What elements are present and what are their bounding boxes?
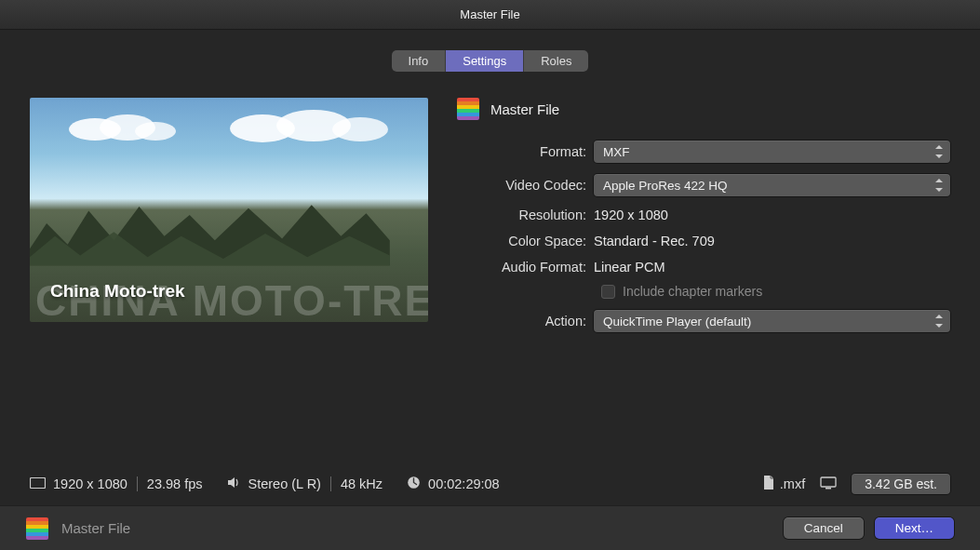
svg-rect-8 [821,477,836,487]
master-file-icon [26,517,48,540]
file-icon [763,476,774,492]
display-icon [820,476,837,492]
status-bar: 1920 x 1080 23.98 fps Stereo (L R) 48 kH… [0,474,980,494]
footer-title: Master File [61,520,130,536]
audio-label: Audio Format: [456,260,594,275]
preview-thumbnail: CHINA MOTO-TREK China Moto-trek [30,98,428,322]
status-ext: .mxf [780,476,805,491]
colorspace-label: Color Space: [456,234,594,248]
svg-rect-6 [31,478,46,489]
resolution-icon [30,476,46,491]
tab-roles[interactable]: Roles [524,50,588,72]
resolution-label: Resolution: [456,208,594,222]
next-button[interactable]: Next… [875,517,954,539]
status-duration: 00:02:29:08 [428,476,500,491]
status-fps: 23.98 fps [147,476,203,491]
svg-rect-9 [826,488,831,490]
resolution-value: 1920 x 1080 [594,208,668,222]
audio-value: Linear PCM [594,260,665,275]
chevron-updown-icon [933,313,945,329]
section-title: Master File [490,101,559,117]
footer: Master File Cancel Next… [0,505,980,550]
speaker-icon [227,476,241,491]
action-dropdown[interactable]: QuickTime Player (default) [594,310,950,332]
chapter-markers-label: Include chapter markers [623,284,762,299]
chevron-updown-icon [933,177,945,194]
preview-title: China Moto-trek [50,281,185,302]
format-dropdown[interactable]: MXF [594,141,950,163]
master-file-icon [457,98,479,120]
window-titlebar: Master File [0,0,980,30]
format-label: Format: [456,144,594,159]
status-audio: Stereo (L R) [248,476,321,491]
svg-point-2 [135,122,176,141]
clock-icon [407,476,421,492]
status-khz: 48 kHz [341,476,383,491]
status-size: 3.42 GB est. [852,474,950,494]
codec-dropdown[interactable]: Apple ProRes 422 HQ [594,174,950,196]
tab-info[interactable]: Info [392,50,447,72]
action-label: Action: [456,314,594,329]
window-title: Master File [460,7,519,21]
svg-point-5 [332,117,388,141]
chevron-updown-icon [933,143,945,160]
tab-settings[interactable]: Settings [446,50,524,72]
colorspace-value: Standard - Rec. 709 [594,234,715,248]
cancel-button[interactable]: Cancel [784,517,864,539]
tab-bar: Info Settings Roles [0,50,980,72]
status-resolution: 1920 x 1080 [53,476,128,491]
chapter-markers-checkbox[interactable] [601,285,615,299]
codec-label: Video Codec: [456,178,594,193]
